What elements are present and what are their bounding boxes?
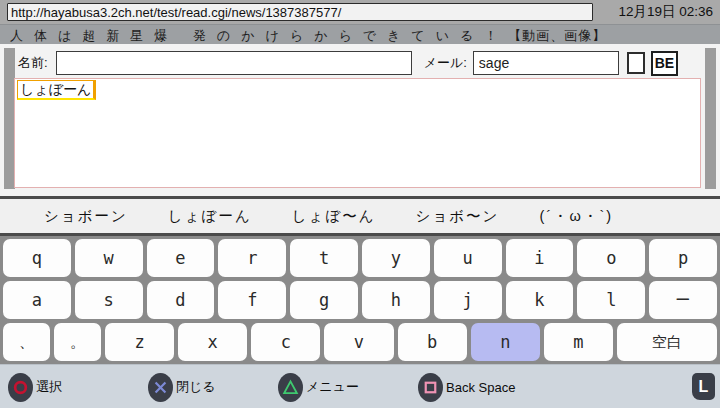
key-p[interactable]: p (649, 239, 717, 277)
key-b[interactable]: b (398, 323, 467, 361)
name-input[interactable] (56, 51, 412, 75)
circle-icon (8, 373, 33, 402)
key-space[interactable]: 空白 (617, 323, 717, 361)
square-button-hint[interactable]: Back Space (418, 372, 515, 402)
key-f[interactable]: f (218, 281, 286, 319)
triangle-button-hint[interactable]: メニュー (278, 372, 359, 402)
key-kuten[interactable]: 。 (54, 323, 101, 361)
url-input[interactable] (7, 3, 593, 21)
key-u[interactable]: u (434, 239, 502, 277)
key-j[interactable]: j (434, 281, 502, 319)
circle-button-label: 選択 (36, 378, 62, 396)
right-scrollbar[interactable] (705, 48, 716, 189)
name-label: 名前: (18, 54, 48, 72)
post-form-row: 名前: メール: BE (18, 50, 702, 76)
l-shoulder-button[interactable]: L (692, 373, 715, 400)
cross-icon (148, 373, 173, 402)
key-chouon[interactable]: ー (649, 281, 717, 319)
circle-button-hint[interactable]: 選択 (8, 372, 62, 402)
key-v[interactable]: v (324, 323, 393, 361)
mail-label: メール: (424, 54, 467, 72)
page-content: 名前: メール: BE しょぼーん (0, 44, 720, 196)
key-z[interactable]: z (105, 323, 174, 361)
ime-candidate-3[interactable]: しょぼ〜ん (292, 207, 376, 226)
square-icon (418, 373, 443, 402)
page-title-suffix: 【動画、画像】 (508, 28, 606, 43)
triangle-button-label: メニュー (306, 378, 359, 396)
ps-browser-screen: 12月19日 02:36 人体は超新星爆 発のかけらからできている！【動画、画像… (0, 0, 720, 408)
key-h[interactable]: h (362, 281, 430, 319)
controller-hint-bar: 選択 閉じる メニュー Back Space L (0, 364, 720, 408)
keyboard-row-3: 、 。 z x c v b n m 空白 (3, 323, 717, 361)
ime-candidate-4[interactable]: ショボ〜ン (416, 207, 500, 226)
key-k[interactable]: k (506, 281, 574, 319)
url-bar: 12月19日 02:36 (0, 0, 720, 24)
key-g[interactable]: g (290, 281, 358, 319)
ime-candidate-bar: ショボーン しょぼーん しょぼ〜ん ショボ〜ン (´・ω・`) (0, 196, 720, 236)
ime-candidate-2[interactable]: しょぼーん (168, 207, 252, 226)
triangle-icon (278, 373, 303, 402)
ime-candidate-1[interactable]: ショボーン (44, 207, 128, 226)
key-m[interactable]: m (544, 323, 613, 361)
key-y[interactable]: y (362, 239, 430, 277)
key-r[interactable]: r (218, 239, 286, 277)
key-o[interactable]: o (577, 239, 645, 277)
cross-button-label: 閉じる (176, 378, 216, 396)
square-button-label: Back Space (446, 380, 515, 395)
page-title: 人体は超新星爆 発のかけらからできている！ (10, 28, 508, 43)
message-textarea[interactable]: しょぼーん (14, 78, 701, 188)
key-x[interactable]: x (178, 323, 247, 361)
ime-composition-text: しょぼーん (17, 80, 96, 100)
key-s[interactable]: s (75, 281, 143, 319)
key-touten[interactable]: 、 (3, 323, 50, 361)
key-d[interactable]: d (147, 281, 215, 319)
key-a[interactable]: a (3, 281, 71, 319)
be-checkbox[interactable] (627, 52, 645, 74)
key-w[interactable]: w (75, 239, 143, 277)
key-n[interactable]: n (471, 323, 540, 361)
key-i[interactable]: i (506, 239, 574, 277)
key-c[interactable]: c (251, 323, 320, 361)
key-q[interactable]: q (3, 239, 71, 277)
cross-button-hint[interactable]: 閉じる (148, 372, 216, 402)
keyboard-row-1: q w e r t y u i o p (3, 239, 717, 277)
onscreen-keyboard: q w e r t y u i o p a s d f g h j k l ー … (0, 236, 720, 364)
ime-candidate-5[interactable]: (´・ω・`) (539, 207, 613, 226)
key-e[interactable]: e (147, 239, 215, 277)
be-button[interactable]: BE (651, 51, 678, 76)
key-t[interactable]: t (290, 239, 358, 277)
page-title-bar: 人体は超新星爆 発のかけらからできている！【動画、画像】 (0, 24, 720, 44)
key-l[interactable]: l (577, 281, 645, 319)
mail-input[interactable] (473, 51, 619, 75)
keyboard-row-2: a s d f g h j k l ー (3, 281, 717, 319)
clock-text: 12月19日 02:36 (618, 3, 713, 21)
